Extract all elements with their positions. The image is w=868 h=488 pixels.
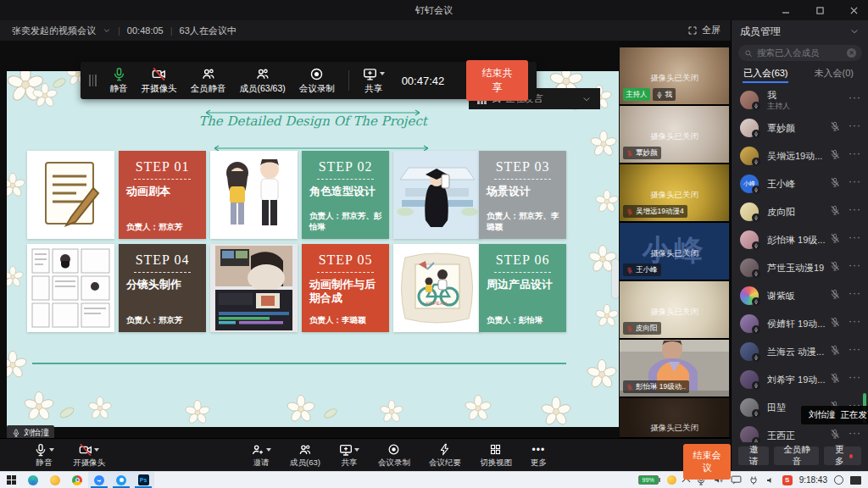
member-more-icon[interactable]: ··· [849,119,861,131]
meeting-title[interactable]: 张奕发起的视频会议 [12,25,96,37]
maximize-button[interactable] [810,3,829,18]
mute-all-button[interactable]: 全员静音 [191,67,226,95]
camera-toggle-button[interactable]: 开摄像头 [142,67,177,95]
mute-all-button[interactable]: 全员静音 [774,446,819,465]
caret-down-icon[interactable] [49,448,54,452]
tray-chat-icon[interactable] [731,475,742,485]
member-more-icon[interactable]: ··· [849,203,861,215]
taskbar-app-chrome[interactable] [66,472,88,488]
video-tile[interactable]: 摄像头已关闭 主持人 我 [620,47,729,105]
member-row[interactable]: 谢紫皈 ··· [732,282,868,310]
mute-button[interactable]: 静音 [34,442,54,469]
share-screen-icon [363,67,377,81]
mic-off-icon[interactable] [830,373,840,383]
member-row[interactable]: 小峰 王小峰 ··· [732,170,868,198]
video-tile[interactable]: 摄像头已关闭 覃妙颜 [620,106,729,164]
mic-off-icon[interactable] [830,345,840,355]
mic-off-icon[interactable] [830,121,840,131]
member-row[interactable]: 兰海云 动漫... ··· [732,338,868,366]
end-meeting-button[interactable]: 结束会议 [683,444,731,480]
taskbar-clock[interactable]: 9:18:43 [799,475,827,485]
chevron-down-icon[interactable] [103,26,111,35]
caret-down-icon[interactable] [266,448,271,452]
stop-share-button[interactable]: 结束共享 [466,60,528,101]
mute-button[interactable]: 静音 [110,67,128,95]
minutes-button[interactable]: 会议纪要 [429,442,461,469]
video-tile[interactable]: 小峰 摄像头已关闭 王小峰 [620,223,729,280]
mic-off-icon[interactable] [830,261,840,271]
more-button[interactable]: 更多 [824,446,861,465]
tray-emoji-icon[interactable] [834,475,843,485]
member-row[interactable]: 刘希宇 19动... ··· [732,366,868,394]
member-row[interactable]: 彭怡琳 19级... ··· [732,226,868,254]
member-row[interactable]: 我 主持人 ··· [732,86,868,114]
member-row[interactable]: 覃妙颜 ··· [732,114,868,142]
video-tile[interactable]: 摄像头已关闭 皮向阳 [620,281,729,339]
strip-collapse-handle[interactable] [612,259,619,298]
video-tile-camera-on[interactable]: 彭怡琳 19级动.. [620,340,729,397]
search-input[interactable]: 搜索已入会成员 ✕ [738,45,862,61]
minimize-button[interactable] [776,3,795,18]
member-more-icon[interactable]: ··· [849,92,861,103]
mic-off-icon[interactable] [830,429,840,439]
member-more-icon[interactable]: ··· [849,259,861,271]
video-tile[interactable]: 摄像头已关闭 吴增远19动漫4 [620,164,729,222]
fullscreen-button[interactable]: 全屏 [687,24,721,36]
member-more-icon[interactable]: ··· [849,315,861,327]
member-more-icon[interactable]: ··· [849,287,861,299]
member-more-icon[interactable]: ··· [849,147,861,159]
camera-toggle-button[interactable]: 开摄像头 [73,442,105,469]
member-row[interactable]: 芦世玉动漫19 ··· [732,254,868,282]
mic-off-icon[interactable] [830,233,840,243]
invite-button[interactable]: 邀请 [251,442,271,469]
dingtalk-meeting-window: 钉钉会议 张奕发起的视频会议 | 00:48:05 | 63人在会议中 全屏 [0,0,868,488]
taskbar-app-dingtalk[interactable] [88,472,110,488]
taskbar-app-edge[interactable] [22,472,44,488]
mic-off-icon[interactable] [830,205,840,215]
member-row[interactable]: 吴增远19动... ··· [732,142,868,170]
drag-handle[interactable] [89,75,97,86]
editing-photos-image [210,244,298,332]
tray-app-icon[interactable] [667,475,676,485]
mic-off-icon[interactable] [830,289,840,299]
taskbar-app-messenger[interactable] [110,472,132,488]
members-button[interactable]: 成员(63) [290,442,320,469]
record-button[interactable]: 会议录制 [299,67,335,95]
more-button[interactable]: ••• 更多 [531,442,547,469]
member-more-icon[interactable]: ··· [849,343,861,355]
taskbar-app-photoshop[interactable]: Ps [132,472,154,488]
switch-view-button[interactable]: 切换视图 [480,442,512,469]
start-button[interactable] [0,472,22,488]
mic-off-icon[interactable] [830,177,840,187]
tab-not-joined[interactable]: 未入会(0) [800,64,868,83]
caret-down-icon[interactable] [94,448,99,452]
battery-indicator[interactable]: 99% [638,475,660,485]
sogou-ime-icon[interactable]: S [782,475,793,485]
clear-search-icon[interactable]: ✕ [847,48,856,58]
share-button[interactable]: 共享 [363,67,385,95]
share-button[interactable]: 共享 [339,442,359,469]
invite-button[interactable]: 邀请 [738,446,769,465]
tray-plug-icon[interactable] [748,475,759,485]
member-row[interactable]: 侯婧轩 19动... ··· [732,310,868,338]
tray-keyboard-icon[interactable] [850,476,861,485]
people-icon [298,443,312,457]
chevron-down-icon[interactable] [849,26,860,36]
member-more-icon[interactable]: ··· [849,231,861,243]
member-row[interactable]: 王西正 ··· [732,422,868,442]
tray-speaker-icon[interactable] [765,475,776,485]
member-more-icon[interactable]: ··· [849,427,861,439]
member-more-icon[interactable]: ··· [849,175,861,187]
members-button[interactable]: 成员(63/63) [240,67,286,95]
tab-joined[interactable]: 已入会(63) [732,64,800,83]
member-row[interactable]: 皮向阳 ··· [732,198,868,226]
mic-off-icon[interactable] [830,317,840,327]
record-button[interactable]: 会议录制 [378,442,410,469]
video-tile[interactable]: 摄像头已关闭 [620,398,729,438]
mic-off-icon[interactable] [830,149,840,159]
caret-down-icon[interactable] [354,448,359,452]
chevron-down-icon[interactable] [581,94,592,104]
close-button[interactable] [844,3,863,18]
taskbar-app-home[interactable] [44,472,66,488]
member-more-icon[interactable]: ··· [849,371,861,383]
